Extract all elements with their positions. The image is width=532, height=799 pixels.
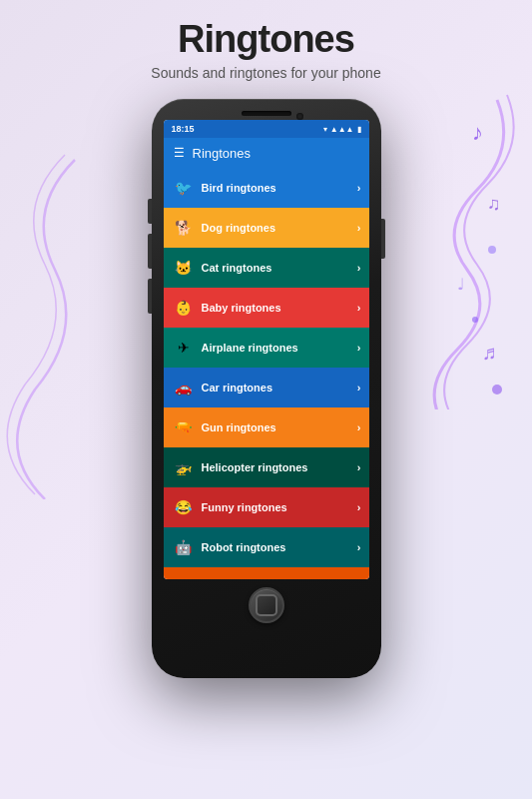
dog-arrow: › [357,222,361,234]
menu-item-electronic[interactable]: 🎛 Electronic ringtones › [164,567,369,579]
svg-point-6 [492,385,502,395]
status-icons: ▾ ▲▲▲ ▮ [323,125,361,134]
app-header-title: Ringtones [193,146,252,161]
menu-item-dog[interactable]: 🐕 Dog ringtones › [164,208,369,248]
wifi-icon: ▾ [323,125,327,134]
svg-point-4 [488,246,496,254]
robot-arrow: › [357,541,361,553]
phone-side-btn-left3 [148,279,152,314]
robot-label: Robot ringtones [196,541,357,553]
menu-item-car[interactable]: 🚗 Car ringtones › [164,368,369,407]
svg-text:♪: ♪ [472,120,483,145]
cat-icon: 🐱 [172,256,196,280]
airplane-icon: ✈ [172,336,196,360]
cat-label: Cat ringtones [196,262,357,274]
car-icon: 🚗 [172,376,196,400]
status-time: 18:15 [172,124,195,134]
baby-icon: 👶 [172,296,196,320]
phone-side-btn-right [381,219,385,259]
baby-label: Baby ringtones [196,302,357,314]
menu-item-robot[interactable]: 🤖 Robot ringtones › [164,527,369,567]
page-subtitle: Sounds and ringtones for your phone [151,65,380,81]
app-header: ☰ Ringtones [164,138,369,168]
battery-icon: ▮ [357,125,361,134]
helicopter-icon: 🚁 [172,455,196,479]
svg-text:♩: ♩ [457,276,465,293]
gun-label: Gun ringtones [196,421,357,433]
phone-side-btn-left1 [148,199,152,224]
menu-item-funny[interactable]: 😂 Funny ringtones › [164,487,369,527]
svg-text:♬: ♬ [482,342,497,364]
menu-item-baby[interactable]: 👶 Baby ringtones › [164,288,369,328]
phone-home-button[interactable] [249,587,284,623]
phone-device: 18:15 ▾ ▲▲▲ ▮ ☰ Ringtones 🐦 Bird rington… [152,99,381,678]
hamburger-icon[interactable]: ☰ [174,146,185,160]
cat-arrow: › [357,262,361,274]
bird-arrow: › [357,182,361,194]
helicopter-arrow: › [357,461,361,473]
phone-camera [296,113,303,120]
baby-arrow: › [357,302,361,314]
menu-item-helicopter[interactable]: 🚁 Helicopter ringtones › [164,447,369,487]
helicopter-label: Helicopter ringtones [196,461,357,473]
car-label: Car ringtones [196,382,357,394]
phone-side-btn-left2 [148,234,152,269]
menu-item-cat[interactable]: 🐱 Cat ringtones › [164,248,369,288]
dog-label: Dog ringtones [196,222,357,234]
airplane-label: Airplane ringtones [196,342,357,354]
signal-icon: ▲▲▲ [330,125,354,134]
bird-icon: 🐦 [172,176,196,200]
airplane-arrow: › [357,342,361,354]
phone-speaker [242,111,291,116]
funny-label: Funny ringtones [196,501,357,513]
car-arrow: › [357,382,361,394]
page-title: Ringtones [178,18,354,61]
menu-item-bird[interactable]: 🐦 Bird ringtones › [164,168,369,208]
menu-item-gun[interactable]: 🔫 Gun ringtones › [164,407,369,447]
robot-icon: 🤖 [172,535,196,559]
status-bar: 18:15 ▾ ▲▲▲ ▮ [164,120,369,138]
bird-label: Bird ringtones [196,182,357,194]
svg-point-5 [472,317,478,323]
gun-icon: 🔫 [172,415,196,439]
svg-text:♫: ♫ [487,194,501,214]
funny-icon: 😂 [172,495,196,519]
electronic-icon: 🎛 [172,575,196,579]
funny-arrow: › [357,501,361,513]
menu-list: 🐦 Bird ringtones › 🐕 Dog ringtones › 🐱 C… [164,168,369,579]
phone-home-inner [256,594,277,616]
phone-screen: 18:15 ▾ ▲▲▲ ▮ ☰ Ringtones 🐦 Bird rington… [164,120,369,579]
menu-item-airplane[interactable]: ✈ Airplane ringtones › [164,328,369,368]
dog-icon: 🐕 [172,216,196,240]
gun-arrow: › [357,421,361,433]
